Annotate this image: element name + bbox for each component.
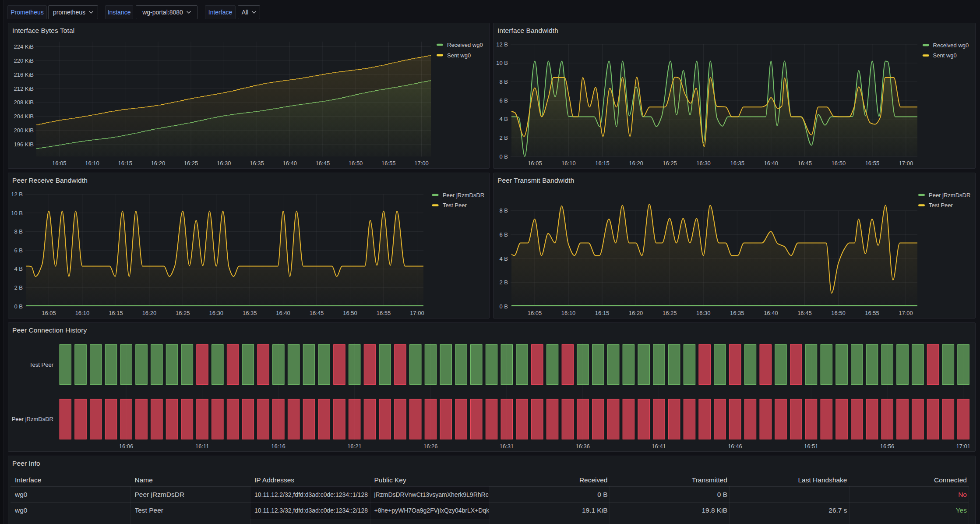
svg-text:16:35: 16:35 <box>730 160 744 166</box>
svg-text:208 KiB: 208 KiB <box>14 99 34 106</box>
svg-text:16:55: 16:55 <box>865 160 880 166</box>
svg-text:16:35: 16:35 <box>250 160 264 166</box>
svg-text:16:20: 16:20 <box>629 310 643 316</box>
svg-text:16:40: 16:40 <box>764 160 779 166</box>
svg-text:224 KiB: 224 KiB <box>14 43 34 50</box>
svg-text:Test Peer: Test Peer <box>29 361 54 368</box>
svg-text:16:50: 16:50 <box>349 160 363 166</box>
svg-text:16:45: 16:45 <box>797 310 812 316</box>
svg-text:Received wg0: Received wg0 <box>447 42 483 48</box>
svg-text:16:25: 16:25 <box>176 310 190 316</box>
svg-text:Test Peer: Test Peer <box>443 202 467 209</box>
svg-text:16:55: 16:55 <box>381 160 396 166</box>
svg-text:6 B: 6 B <box>499 231 508 238</box>
svg-text:16:46: 16:46 <box>728 443 742 450</box>
svg-text:2 B: 2 B <box>499 135 508 141</box>
svg-text:16:35: 16:35 <box>730 310 744 316</box>
svg-text:16:15: 16:15 <box>595 160 610 166</box>
svg-text:10 B: 10 B <box>11 210 23 216</box>
svg-text:16:15: 16:15 <box>595 310 610 316</box>
svg-text:0 B: 0 B <box>499 153 508 160</box>
svg-text:10 B: 10 B <box>496 60 508 66</box>
svg-text:16:55: 16:55 <box>865 310 879 316</box>
svg-text:16:05: 16:05 <box>528 160 542 166</box>
svg-text:6 B: 6 B <box>499 97 508 104</box>
svg-text:4 B: 4 B <box>14 266 23 272</box>
svg-text:16:40: 16:40 <box>282 160 297 166</box>
svg-text:2 B: 2 B <box>14 284 23 291</box>
svg-text:16:10: 16:10 <box>561 160 576 166</box>
svg-text:16:05: 16:05 <box>528 310 542 316</box>
svg-text:16:40: 16:40 <box>276 310 290 316</box>
svg-text:16:55: 16:55 <box>377 310 391 316</box>
svg-text:16:15: 16:15 <box>109 310 123 316</box>
svg-text:16:31: 16:31 <box>500 443 514 450</box>
svg-text:8 B: 8 B <box>499 207 508 214</box>
svg-text:17:00: 17:00 <box>414 160 429 166</box>
svg-text:16:30: 16:30 <box>209 310 224 316</box>
svg-text:16:20: 16:20 <box>629 160 643 166</box>
svg-text:16:10: 16:10 <box>561 310 576 316</box>
svg-text:16:10: 16:10 <box>75 310 90 316</box>
svg-text:4 B: 4 B <box>499 116 508 122</box>
svg-text:200 KiB: 200 KiB <box>14 127 34 134</box>
svg-text:216 KiB: 216 KiB <box>14 71 34 78</box>
svg-text:17:00: 17:00 <box>899 160 913 166</box>
svg-text:Test Peer: Test Peer <box>929 202 953 209</box>
svg-text:16:21: 16:21 <box>347 443 362 450</box>
svg-text:16:30: 16:30 <box>217 160 231 166</box>
svg-text:2 B: 2 B <box>499 279 508 286</box>
svg-text:16:45: 16:45 <box>798 160 812 166</box>
svg-text:0 B: 0 B <box>14 303 23 310</box>
svg-text:17:00: 17:00 <box>899 310 913 316</box>
svg-text:16:11: 16:11 <box>195 443 209 450</box>
svg-text:16:51: 16:51 <box>804 443 818 450</box>
svg-text:16:25: 16:25 <box>663 160 677 166</box>
svg-text:17:01: 17:01 <box>956 443 971 450</box>
svg-text:16:25: 16:25 <box>184 160 198 166</box>
svg-text:16:20: 16:20 <box>142 310 157 316</box>
svg-text:17:00: 17:00 <box>410 310 424 316</box>
svg-text:16:25: 16:25 <box>663 310 677 316</box>
svg-text:8 B: 8 B <box>499 78 508 85</box>
svg-text:204 KiB: 204 KiB <box>14 113 34 120</box>
svg-text:Peer jRzmDsDR: Peer jRzmDsDR <box>12 416 53 422</box>
svg-text:16:15: 16:15 <box>118 160 132 166</box>
svg-text:16:45: 16:45 <box>310 310 324 316</box>
svg-text:16:10: 16:10 <box>85 160 99 166</box>
svg-text:16:45: 16:45 <box>316 160 330 166</box>
svg-text:212 KiB: 212 KiB <box>14 85 34 92</box>
svg-text:16:41: 16:41 <box>652 443 666 450</box>
svg-text:8 B: 8 B <box>14 228 23 235</box>
svg-text:Received wg0: Received wg0 <box>933 42 969 49</box>
svg-text:16:06: 16:06 <box>119 443 134 450</box>
svg-text:16:16: 16:16 <box>271 443 286 450</box>
svg-text:16:20: 16:20 <box>151 160 166 166</box>
svg-text:6 B: 6 B <box>14 247 23 254</box>
svg-text:16:05: 16:05 <box>42 310 56 316</box>
svg-text:12 B: 12 B <box>11 191 23 198</box>
svg-text:16:56: 16:56 <box>880 443 895 450</box>
svg-text:16:36: 16:36 <box>576 443 590 450</box>
svg-text:4 B: 4 B <box>499 255 508 262</box>
svg-text:16:50: 16:50 <box>832 160 846 166</box>
svg-text:12 B: 12 B <box>496 41 508 48</box>
svg-text:16:30: 16:30 <box>696 160 711 166</box>
svg-text:16:40: 16:40 <box>764 310 778 316</box>
svg-text:16:50: 16:50 <box>343 310 357 316</box>
svg-text:16:30: 16:30 <box>696 310 711 316</box>
svg-text:16:35: 16:35 <box>243 310 257 316</box>
svg-text:Peer jRzmDsDR: Peer jRzmDsDR <box>443 192 484 198</box>
svg-text:0 B: 0 B <box>499 303 508 310</box>
svg-text:16:05: 16:05 <box>52 160 67 166</box>
svg-text:196 KiB: 196 KiB <box>14 141 34 148</box>
svg-text:Sent wg0: Sent wg0 <box>447 52 471 59</box>
svg-text:Peer jRzmDsDR: Peer jRzmDsDR <box>929 192 970 198</box>
svg-text:16:26: 16:26 <box>423 443 438 450</box>
svg-text:220 KiB: 220 KiB <box>14 57 34 64</box>
svg-text:16:50: 16:50 <box>831 310 846 316</box>
svg-text:Sent wg0: Sent wg0 <box>933 52 957 59</box>
